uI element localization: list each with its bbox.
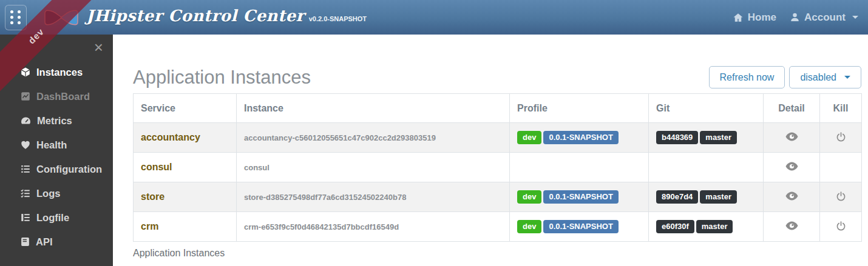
book-icon — [20, 236, 30, 247]
chevron-down-icon — [844, 76, 850, 79]
sidebar: × Instances DashBoard — [0, 35, 113, 266]
sidebar-item-label: Instances — [36, 67, 83, 78]
sidebar-item-health[interactable]: Health — [0, 133, 113, 157]
page-title: Application Instances — [133, 66, 311, 88]
detail-eye-button[interactable] — [783, 131, 801, 144]
sidebar-item-instances[interactable]: Instances — [0, 60, 113, 84]
instances-table-body: accountancyaccountancy-c56012055651c47c9… — [134, 123, 862, 242]
instance-id: accountancy-c56012055651c47c902cc2d29380… — [237, 123, 510, 153]
heart-icon — [20, 139, 31, 150]
column-header-instance: Instance — [237, 94, 510, 123]
menu-toggle-button[interactable] — [5, 5, 27, 30]
eye-icon — [785, 132, 798, 141]
profile-cell: dev0.0.1-SNAPSHOT — [510, 123, 649, 153]
table-header-row: Service Instance Profile Git Detail Kill — [134, 94, 862, 123]
git-cell: e60f30fmaster — [649, 212, 764, 242]
service-cell: store — [134, 182, 237, 212]
chevron-down-icon — [852, 16, 858, 19]
git-badge: master — [696, 220, 733, 233]
column-header-profile: Profile — [510, 94, 649, 123]
eye-icon — [785, 162, 798, 171]
tachometer-icon — [20, 115, 32, 126]
table-row: storestore-d385275498df77a6cd31524502240… — [134, 182, 862, 212]
sidebar-item-label: Health — [36, 139, 67, 151]
stream-icon — [20, 212, 31, 223]
eye-icon — [785, 191, 798, 201]
profile-badge: dev — [517, 190, 541, 204]
brand[interactable]: JHipster Control Center v0.2.0-SNAPSHOT — [44, 7, 367, 28]
sidebar-item-logs[interactable]: Logs — [0, 181, 113, 205]
profile-badge: dev — [517, 131, 541, 144]
profile-cell: dev0.0.1-SNAPSHOT — [510, 182, 649, 212]
refresh-rate-label: disabled — [800, 72, 836, 83]
nav-account-menu[interactable]: Account — [790, 12, 858, 24]
sidebar-item-label: API — [36, 236, 53, 248]
column-header-kill: Kill — [820, 94, 862, 123]
git-cell — [649, 153, 764, 182]
git-badge: master — [700, 190, 737, 204]
detail-eye-button[interactable] — [783, 161, 801, 174]
table-footer-text: Application Instances — [133, 248, 861, 259]
sidebar-item-label: Logfile — [36, 212, 69, 224]
grid-dots-icon — [10, 10, 21, 24]
sidebar-menu: Instances DashBoard Metrics — [0, 35, 113, 254]
sidebar-item-label: Logs — [36, 188, 60, 199]
service-cell: crm — [134, 212, 237, 242]
git-badge: e60f30f — [656, 220, 694, 233]
kill-cell — [820, 212, 862, 242]
power-icon — [836, 191, 846, 202]
page-head: Application Instances Refresh now disabl… — [133, 66, 861, 88]
refresh-now-button[interactable]: Refresh now — [709, 66, 785, 88]
sidebar-item-api[interactable]: API — [0, 230, 113, 254]
git-badge: b448369 — [656, 131, 698, 144]
brand-version: v0.2.0-SNAPSHOT — [309, 15, 367, 22]
git-badge: master — [700, 131, 737, 144]
instance-id: crm-e653f9c5f0d46842135d7bbcdf16549d — [237, 212, 510, 242]
column-header-service: Service — [134, 94, 237, 123]
brand-title: JHipster Control Center — [86, 7, 305, 25]
service-link[interactable]: consul — [141, 162, 172, 172]
kill-cell — [820, 153, 862, 182]
refresh-rate-dropdown[interactable]: disabled — [789, 66, 861, 88]
detail-eye-button[interactable] — [783, 220, 801, 233]
sidebar-item-dashboard[interactable]: DashBoard — [0, 84, 113, 108]
sidebar-item-metrics[interactable]: Metrics — [0, 108, 113, 133]
sidebar-close-button[interactable]: × — [94, 39, 103, 55]
service-link[interactable]: accountancy — [141, 132, 200, 142]
app: JHipster Control Center v0.2.0-SNAPSHOT … — [0, 0, 868, 266]
sidebar-item-configuration[interactable]: Configuration — [0, 157, 113, 181]
service-link[interactable]: store — [141, 191, 164, 202]
git-cell: 890e7d4master — [649, 182, 764, 212]
column-header-detail: Detail — [764, 94, 820, 123]
sidebar-item-logfile[interactable]: Logfile — [0, 205, 113, 230]
detail-cell — [764, 212, 820, 242]
top-navbar: JHipster Control Center v0.2.0-SNAPSHOT … — [0, 0, 868, 35]
sidebar-item-label: Configuration — [36, 164, 102, 175]
sidebar-item-label: Metrics — [37, 115, 72, 127]
profile-badge: 0.0.1-SNAPSHOT — [543, 190, 618, 204]
user-icon — [790, 12, 800, 22]
detail-cell — [764, 123, 820, 153]
detail-eye-button[interactable] — [783, 190, 801, 204]
detail-cell — [764, 182, 820, 212]
navbar-links: Home Account — [733, 12, 858, 24]
service-cell: consul — [134, 153, 237, 182]
detail-cell — [764, 153, 820, 182]
nav-home-link[interactable]: Home — [733, 12, 776, 24]
kill-power-button[interactable] — [833, 190, 849, 205]
table-row: crmcrm-e653f9c5f0d46842135d7bbcdf16549dd… — [134, 212, 862, 242]
instance-id: consul — [237, 153, 510, 182]
main-content: Application Instances Refresh now disabl… — [113, 35, 868, 266]
sidebar-item-label: DashBoard — [36, 91, 90, 102]
home-icon — [733, 12, 744, 23]
kill-power-button[interactable] — [833, 219, 849, 234]
service-link[interactable]: crm — [141, 221, 158, 231]
profile-badge: dev — [517, 220, 541, 233]
git-badge: 890e7d4 — [656, 190, 698, 204]
service-cell: accountancy — [134, 123, 237, 153]
head-actions: Refresh now disabled — [709, 66, 861, 88]
kill-power-button[interactable] — [833, 130, 849, 145]
eye-icon — [785, 221, 798, 230]
kill-cell — [820, 182, 862, 212]
power-icon — [836, 131, 846, 142]
